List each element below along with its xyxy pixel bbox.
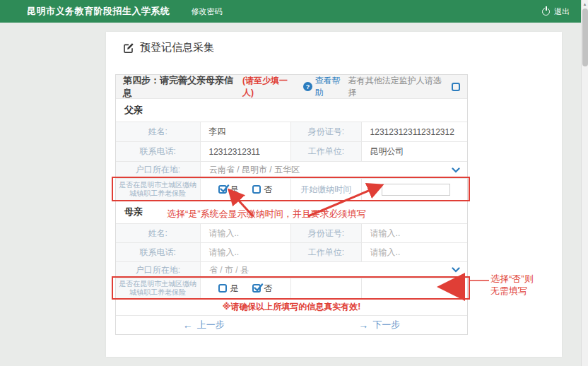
mother-work-label: 工作单位: — [291, 243, 362, 261]
checkbox-checked-icon[interactable] — [218, 185, 227, 194]
father-insurance-options: 是 否 — [201, 179, 291, 200]
pay-start-time-input[interactable] — [382, 184, 450, 196]
pay-start-time-cell — [362, 179, 467, 200]
mother-insurance-no[interactable]: 否 — [252, 283, 272, 295]
mother-section-title: 母亲 — [124, 206, 143, 218]
mother-phone-work-row: 联系电话: 请输入.. 工作单位: 请输入.. — [116, 243, 467, 262]
father-section-title: 父亲 — [124, 104, 143, 117]
father-residence-select[interactable]: 云南省 / 昆明市 / 五华区 — [201, 162, 467, 178]
scroll-up-icon[interactable]: ▲ — [582, 0, 588, 8]
card-title: 预登记信息采集 — [123, 41, 214, 54]
mother-phone-label: 联系电话: — [116, 243, 201, 261]
annotation-no-note-line1: 选择“否”则 — [490, 273, 534, 285]
form-table: 第四步：请完善父亲母亲信息 (请至少填一人) ? 查看帮助 若有其他法定监护人请… — [115, 74, 468, 335]
view-help-link[interactable]: 查看帮助 — [315, 75, 348, 99]
change-password-link[interactable]: 修改密码 — [192, 6, 223, 17]
logout-button[interactable]: 退出 — [542, 6, 570, 17]
mother-phone-field[interactable]: 请输入.. — [201, 243, 292, 261]
chevron-down-icon[interactable] — [452, 267, 460, 273]
father-insurance-row: 是否在昆明市主城区缴纳城镇职工养老保险 是 否 开始缴纳时间 — [116, 179, 467, 201]
father-phone-field[interactable]: 12312312311 — [201, 142, 292, 161]
checkbox-unchecked-icon[interactable] — [218, 284, 227, 293]
father-name-id-row: 姓名: 李四 身份证号: 123123123112312312 — [116, 122, 467, 142]
mother-id-field[interactable]: 请输入.. — [362, 224, 467, 242]
mother-insurance-options: 是 否 — [201, 278, 291, 298]
nav-left: ← 上一步 — [116, 316, 292, 334]
mother-id-label: 身份证号: — [291, 224, 362, 242]
father-section-header: 父亲 — [116, 99, 467, 122]
step-header-left: 第四步：请完善父亲母亲信息 (请至少填一人) ? 查看帮助 — [123, 74, 348, 100]
mother-residence-select[interactable]: 省 / 市 / 县 — [201, 262, 467, 278]
power-icon — [542, 8, 550, 16]
father-insurance-label: 是否在昆明市主城区缴纳城镇职工养老保险 — [116, 179, 201, 200]
pay-start-time-label: 开始缴纳时间 — [291, 179, 362, 200]
father-insurance-yes-label: 是 — [230, 184, 238, 196]
father-phone-label: 联系电话: — [116, 142, 201, 161]
mother-residence-row: 户口所在地: 省 / 市 / 县 — [116, 262, 467, 278]
annotation-no-note: 选择“否”则 无需填写 — [490, 273, 534, 297]
father-residence-label: 户口所在地: — [116, 162, 201, 178]
father-phone-work-row: 联系电话: 12312312311 工作单位: 昆明公司 — [116, 142, 467, 162]
mother-insurance-row: 是否在昆明市主城区缴纳城镇职工养老保险 是 否 — [116, 278, 467, 299]
step-title: 第四步：请完善父亲母亲信息 — [123, 74, 240, 100]
app-title: 昆明市义务教育阶段招生入学系统 — [27, 5, 170, 18]
other-guardian-option: 若有其他法定监护人请选择 — [348, 75, 460, 99]
annotation-no-note-line2: 无需填写 — [490, 285, 534, 297]
father-insurance-no-label: 否 — [264, 184, 272, 196]
father-residence-value: 云南省 / 昆明市 / 五华区 — [209, 164, 300, 176]
mother-residence-value: 省 / 市 / 县 — [209, 264, 249, 276]
pre-registration-card: 预登记信息采集 第四步：请完善父亲母亲信息 (请至少填一人) ? 查看帮助 若有… — [106, 32, 562, 357]
mother-name-id-row: 姓名: 请输入.. 身份证号: 请输入.. — [116, 224, 467, 243]
mother-residence-label: 户口所在地: — [116, 262, 201, 278]
mother-insurance-no-label: 否 — [264, 283, 272, 295]
scrollbar-thumb[interactable] — [582, 8, 588, 66]
checkbox-checked-icon[interactable] — [252, 284, 261, 293]
father-name-label: 姓名: — [116, 122, 201, 141]
prev-step-label: 上一步 — [197, 319, 225, 331]
right-arrow-icon: → — [358, 319, 368, 331]
father-id-label: 身份证号: — [291, 122, 362, 141]
annotation-yes-note: 选择“是”系统会显示缴纳时间，并且要求必须填写 — [167, 208, 457, 220]
father-work-label: 工作单位: — [291, 142, 362, 161]
mother-insurance-empty-cell — [291, 278, 362, 298]
prev-step-button[interactable]: ← 上一步 — [183, 319, 225, 331]
chevron-down-icon[interactable] — [452, 167, 460, 173]
top-bar: 昆明市义务教育阶段招生入学系统 修改密码 退出 — [0, 0, 581, 23]
mother-insurance-empty-cell — [362, 278, 467, 298]
nav-right: → 下一步 — [292, 316, 468, 334]
other-guardian-checkbox[interactable] — [452, 83, 460, 91]
father-insurance-no[interactable]: 否 — [252, 184, 272, 196]
page: 昆明市义务教育阶段招生入学系统 修改密码 退出 ▲ 预登记信息采集 — [0, 0, 588, 366]
nav-row: ← 上一步 → 下一步 — [116, 316, 467, 334]
checkbox-unchecked-icon[interactable] — [252, 185, 261, 194]
step-subtitle: (请至少填一人) — [242, 75, 298, 99]
left-arrow-icon: ← — [183, 319, 193, 331]
father-id-field[interactable]: 123123123112312312 — [362, 122, 467, 141]
step-header-row: 第四步：请完善父亲母亲信息 (请至少填一人) ? 查看帮助 若有其他法定监护人请… — [116, 75, 467, 99]
mother-work-field[interactable]: 请输入.. — [362, 243, 467, 261]
mother-name-label: 姓名: — [116, 224, 201, 242]
father-name-field[interactable]: 李四 — [201, 122, 292, 141]
edit-icon — [123, 42, 134, 54]
other-guardian-label: 若有其他法定监护人请选择 — [348, 75, 448, 99]
father-residence-row: 户口所在地: 云南省 / 昆明市 / 五华区 — [116, 162, 467, 179]
notice-row: ※请确保以上所填写的信息真实有效! — [116, 299, 467, 316]
help-icon[interactable]: ? — [303, 82, 312, 91]
mother-insurance-yes[interactable]: 是 — [218, 283, 238, 295]
logout-label: 退出 — [554, 6, 570, 17]
mother-name-field[interactable]: 请输入.. — [201, 224, 292, 242]
mother-insurance-label: 是否在昆明市主城区缴纳城镇职工养老保险 — [116, 278, 201, 298]
next-step-button[interactable]: → 下一步 — [358, 319, 400, 331]
scrollbar[interactable]: ▲ — [581, 0, 588, 366]
mother-insurance-yes-label: 是 — [230, 283, 238, 295]
father-insurance-yes[interactable]: 是 — [218, 184, 238, 196]
next-step-label: 下一步 — [372, 319, 400, 331]
notice-text: ※请确保以上所填写的信息真实有效! — [223, 301, 361, 313]
father-work-field[interactable]: 昆明公司 — [362, 142, 467, 161]
card-title-text: 预登记信息采集 — [140, 41, 214, 54]
